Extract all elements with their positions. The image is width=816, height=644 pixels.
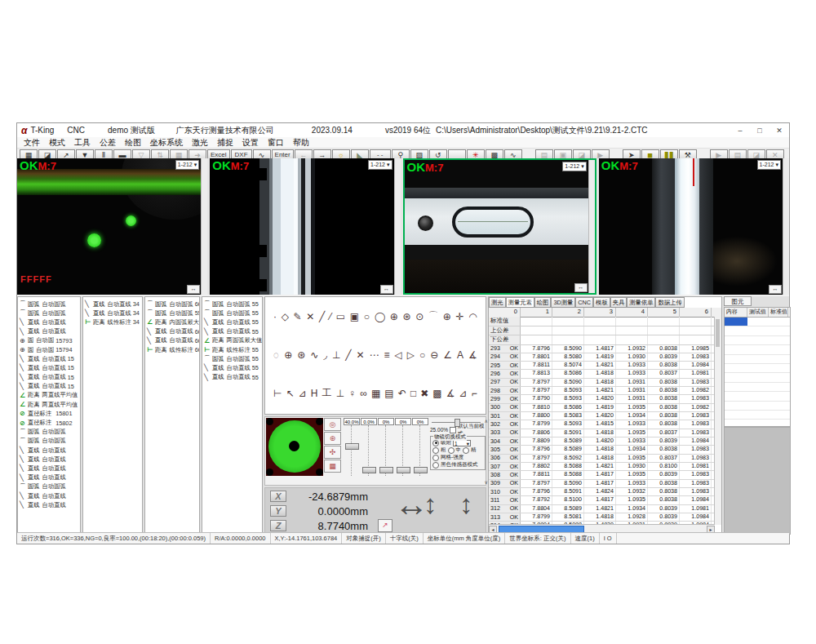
table-row[interactable]: 307OK 7.8802 8.5088 1.4821 1.0930 0.8100… — [489, 463, 715, 471]
list-item[interactable]: ╲ 直线 自动直线 55 — [202, 373, 262, 382]
zoom-slider[interactable] — [430, 418, 486, 426]
menu-item[interactable]: 设置 — [242, 137, 259, 149]
list-item[interactable]: ⊢ 距离 线性标注 34 — [83, 318, 142, 326]
list-item[interactable]: ╲ 直线 自动直线 — [18, 500, 80, 509]
light-mode-button[interactable]: ⊛ — [324, 432, 341, 445]
list-item[interactable]: ⌒ 圆弧 自动圆弧 — [18, 437, 80, 446]
tolerance-row[interactable]: 标准值 — [489, 317, 715, 326]
table-row[interactable]: 303OK 7.8806 8.5091 1.4818 1.0935 0.8037… — [489, 429, 715, 437]
table-tab[interactable]: 夹具 — [610, 297, 628, 308]
menu-item[interactable]: 工具 — [74, 137, 91, 149]
table-tab[interactable]: 测量元素 — [506, 297, 534, 308]
menu-item[interactable]: 公差 — [100, 137, 116, 149]
measure-tool-icon[interactable]: ◁ — [395, 349, 402, 361]
light-mode-button[interactable]: ▦ — [324, 460, 341, 473]
list-item[interactable]: ╲ 直线 自动直线 15 — [18, 363, 80, 372]
measure-tool-icon[interactable]: ⌒ — [428, 309, 438, 323]
table-tab[interactable]: CNC — [575, 297, 593, 308]
measure-tool-icon[interactable]: ∞ — [360, 388, 367, 399]
slider-thumb[interactable] — [414, 467, 428, 473]
measure-tool-icon[interactable]: ✕ — [357, 349, 365, 361]
measure-tool-icon[interactable]: ○ — [364, 311, 370, 322]
measure-tool-icon[interactable]: ◞ — [323, 349, 327, 361]
table-tab[interactable]: 测量依单 — [627, 297, 655, 308]
slider-thumb[interactable] — [345, 443, 359, 450]
camera4-resize-handle[interactable]: ↔ — [769, 285, 782, 294]
measure-tool-icon[interactable]: ⊿ — [459, 388, 468, 399]
list-item[interactable]: ⌒ 圆弧 自动圆弧 66 — [145, 300, 199, 309]
measure-tool-icon[interactable]: ◌ — [273, 349, 279, 361]
list-item[interactable]: ⌒ 圆弧 自动圆弧 55 — [202, 309, 262, 318]
measure-tool-icon[interactable]: A — [457, 349, 463, 361]
list-item[interactable]: ╲ 直线 自动直线 15 — [18, 382, 80, 391]
measure-tool-icon[interactable]: ▤ — [384, 388, 393, 399]
measure-tool-icon[interactable]: ▷ — [407, 349, 415, 361]
list-item[interactable]: ╲ 直线 自动直线 — [18, 455, 80, 464]
menu-item[interactable]: 模式 — [49, 137, 65, 149]
measure-tool-icon[interactable]: · — [273, 311, 277, 322]
camera2-resize-handle[interactable]: ↔ — [380, 285, 393, 294]
table-vertical-scrollbar[interactable] — [714, 317, 721, 525]
list-item[interactable]: ∠ 距离 内圆弧最大值 — [145, 318, 199, 326]
measure-tool-icon[interactable]: ╱ — [345, 349, 351, 361]
table-row[interactable]: 299OK 7.8790 8.5093 1.4820 1.0931 0.8038… — [489, 395, 715, 403]
list-item[interactable]: ╲ 直线 自动直线 — [18, 327, 80, 336]
measure-tool-icon[interactable]: ✕ — [306, 311, 314, 322]
measure-tool-icon[interactable]: ▭ — [336, 311, 345, 322]
table-tab[interactable]: 3D测量 — [551, 297, 575, 308]
table-row[interactable]: 309OK 7.8797 8.5090 1.4817 1.0933 0.8038… — [489, 480, 715, 488]
table-row[interactable]: 310OK 7.8796 8.5091 1.4824 1.0932 0.8038… — [489, 488, 715, 496]
selected-cell[interactable] — [725, 318, 747, 326]
menu-item[interactable]: 文件 — [24, 137, 40, 149]
radio-black-sensor[interactable] — [432, 462, 439, 469]
measure-tool-icon[interactable]: ⊕ — [390, 311, 398, 322]
measure-tool-icon[interactable]: ∡ — [446, 388, 455, 399]
light-joystick[interactable] — [266, 418, 323, 476]
camera2-zoom-select[interactable]: 1-212▾ — [368, 160, 392, 170]
list-item[interactable]: ╲ 直线 自动直线 34 — [83, 300, 142, 309]
close-button[interactable]: ✕ — [769, 123, 789, 137]
list-item[interactable]: ∠ 距离 两直线平均值 — [18, 391, 80, 400]
radio-coarse[interactable] — [432, 447, 439, 454]
measure-tool-icon[interactable]: ∠ — [443, 349, 452, 361]
table-row[interactable]: 311OK 7.8792 8.5100 1.4817 1.0935 0.8038… — [489, 496, 715, 504]
camera-view-1[interactable]: OKM:7 FFFFF 1-212▾ ↔ — [17, 158, 207, 295]
table-row[interactable]: 308OK 7.8811 8.5088 1.4817 1.0935 0.8039… — [489, 471, 715, 479]
list-item[interactable]: ╲ 直线 自动直线 15 — [18, 354, 80, 363]
list-item[interactable]: ╲ 直线 自动直线 55 — [202, 327, 262, 336]
list-item[interactable]: ⊕ 圆 自动圆 15793 — [18, 336, 80, 345]
list-item[interactable]: ╲ 直线 自动直线 55 — [202, 318, 262, 326]
slider-thumb[interactable] — [379, 467, 393, 473]
camera1-scrollbar[interactable] — [201, 158, 207, 295]
list-item[interactable]: ╲ 直线 自动直线 66 — [145, 327, 199, 336]
measure-tool-icon[interactable]: ⋯ — [370, 349, 379, 361]
measure-tool-icon[interactable]: ≡ — [384, 349, 390, 361]
list-item[interactable]: ⌒ 圆弧 自动圆弧 55 — [202, 354, 262, 363]
table-row[interactable]: 305OK 7.8796 8.5089 1.4818 1.0934 0.8038… — [489, 446, 715, 454]
measure-tool-icon[interactable]: ⊕ — [443, 311, 451, 322]
measure-tool-icon[interactable]: ▣ — [350, 311, 359, 322]
measure-tool-icon[interactable]: ⊛ — [403, 311, 411, 322]
jog-y-arrow-icon[interactable]: ↕ — [424, 489, 437, 520]
measure-tool-icon[interactable]: ⌐ — [472, 388, 477, 399]
measure-tool-icon[interactable]: H — [311, 388, 318, 399]
list-item[interactable]: ╲ 直线 自动直线 — [18, 446, 80, 455]
jog-z-arrow-icon[interactable]: ↕ — [459, 489, 473, 520]
list-item[interactable]: ╲ 直线 自动直线 — [18, 491, 80, 500]
table-row[interactable]: 295OK 7.8811 8.5074 1.4821 1.0933 0.8038… — [489, 362, 715, 370]
camera4-zoom-select[interactable]: 1-212▾ — [757, 160, 781, 170]
list-item[interactable]: ⊢ 距离 线性标注 55 — [202, 345, 262, 354]
table-tab[interactable]: 绘图 — [534, 297, 552, 308]
list-item[interactable]: ⌒ 圆弧 自动圆弧 55 — [202, 300, 262, 309]
camera-view-4[interactable]: OKM:7 1-212▾ ↔ — [599, 158, 789, 295]
measure-tool-icon[interactable]: ∡ — [468, 349, 477, 361]
measure-tool-icon[interactable]: 工 — [322, 386, 332, 400]
list-item[interactable]: ╲ 直线 自动直线 — [18, 464, 80, 473]
camera3-zoom-select[interactable]: 1-212▾ — [562, 162, 586, 171]
measure-tool-icon[interactable]: ✖ — [420, 388, 428, 399]
measure-tool-icon[interactable]: ◇ — [282, 311, 289, 322]
light-mode-button[interactable]: ✣ — [324, 446, 341, 459]
measure-tool-icon[interactable]: ◠ — [468, 311, 477, 322]
list-item[interactable]: ╲ 直线 自动直线 66 — [145, 336, 199, 345]
table-row[interactable]: 313OK 7.8799 8.5081 1.4818 1.0928 0.8039… — [489, 513, 715, 522]
